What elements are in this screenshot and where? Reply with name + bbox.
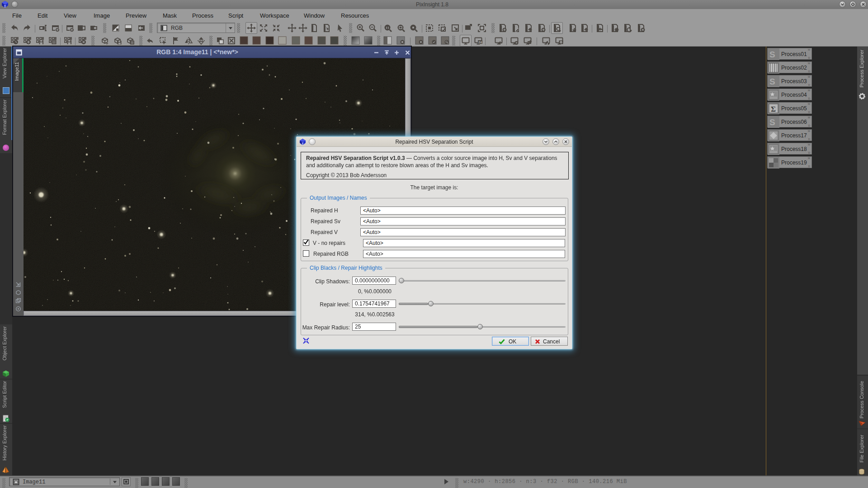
svg-text:S: S <box>769 117 775 127</box>
svg-text:S: S <box>769 50 775 59</box>
svg-text:S: S <box>769 77 775 86</box>
svg-text:24: 24 <box>478 41 482 44</box>
svg-text:Σ: Σ <box>771 105 776 113</box>
